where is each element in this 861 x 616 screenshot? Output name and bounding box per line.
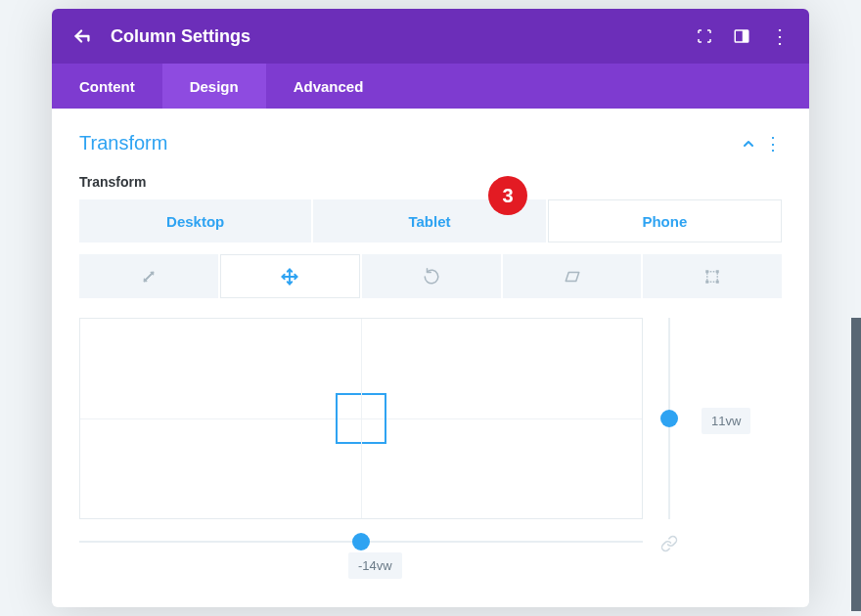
device-tabs: Desktop Tablet Phone bbox=[79, 199, 782, 242]
expand-icon[interactable] bbox=[696, 27, 713, 45]
transform-skew-tab[interactable] bbox=[503, 254, 642, 298]
link-values-icon[interactable] bbox=[660, 535, 678, 552]
xy-pad[interactable] bbox=[79, 318, 643, 519]
rotate-icon bbox=[423, 268, 440, 286]
collapse-icon[interactable] bbox=[741, 136, 756, 152]
background-panel-edge bbox=[851, 318, 861, 611]
skew-icon bbox=[564, 268, 581, 286]
transform-origin-tab[interactable] bbox=[643, 254, 782, 298]
device-tab-phone[interactable]: Phone bbox=[548, 199, 782, 242]
transform-type-tabs bbox=[79, 254, 782, 298]
modal-body: Transform ⋮ Transform Desktop Tablet Pho… bbox=[52, 109, 809, 543]
device-tab-desktop[interactable]: Desktop bbox=[79, 199, 311, 242]
main-tabs: Content Design Advanced bbox=[52, 64, 809, 109]
section-more-icon[interactable]: ⋮ bbox=[764, 133, 782, 154]
modal-title: Column Settings bbox=[111, 26, 696, 47]
scale-icon bbox=[140, 268, 158, 286]
xy-inner-v bbox=[361, 395, 362, 442]
section-header: Transform ⋮ bbox=[79, 132, 782, 154]
svg-rect-5 bbox=[705, 270, 708, 273]
more-menu-icon[interactable]: ⋮ bbox=[770, 26, 790, 46]
svg-rect-8 bbox=[716, 280, 719, 283]
tab-design[interactable]: Design bbox=[162, 64, 266, 109]
svg-rect-7 bbox=[705, 280, 708, 283]
move-icon bbox=[281, 268, 298, 286]
y-slider-thumb[interactable] bbox=[660, 410, 678, 427]
x-value-input[interactable]: -14vw bbox=[348, 552, 402, 579]
tab-content[interactable]: Content bbox=[52, 64, 162, 109]
svg-rect-4 bbox=[707, 271, 718, 282]
transform-label: Transform bbox=[79, 174, 782, 190]
column-settings-modal: Column Settings ⋮ Content Design Advance… bbox=[52, 9, 809, 607]
section-actions: ⋮ bbox=[741, 133, 782, 154]
y-slider[interactable] bbox=[660, 318, 678, 519]
svg-rect-1 bbox=[743, 30, 748, 42]
xy-inner-h bbox=[338, 418, 385, 419]
xy-handle[interactable] bbox=[336, 393, 386, 444]
transform-controls: 11vw -14vw bbox=[79, 318, 782, 519]
annotation-badge: 3 bbox=[488, 176, 527, 215]
transform-scale-tab[interactable] bbox=[79, 254, 218, 298]
transform-translate-tab[interactable] bbox=[220, 254, 361, 298]
modal-header: Column Settings ⋮ bbox=[52, 9, 809, 64]
transform-rotate-tab[interactable] bbox=[362, 254, 501, 298]
header-actions: ⋮ bbox=[696, 26, 790, 46]
section-title[interactable]: Transform bbox=[79, 132, 167, 154]
panel-icon[interactable] bbox=[733, 27, 750, 45]
back-icon[interactable] bbox=[71, 25, 93, 47]
y-value-input[interactable]: 11vw bbox=[702, 408, 750, 434]
origin-icon bbox=[703, 268, 721, 286]
x-slider-thumb[interactable] bbox=[352, 533, 370, 550]
tab-advanced[interactable]: Advanced bbox=[266, 64, 391, 109]
svg-rect-6 bbox=[716, 270, 719, 273]
